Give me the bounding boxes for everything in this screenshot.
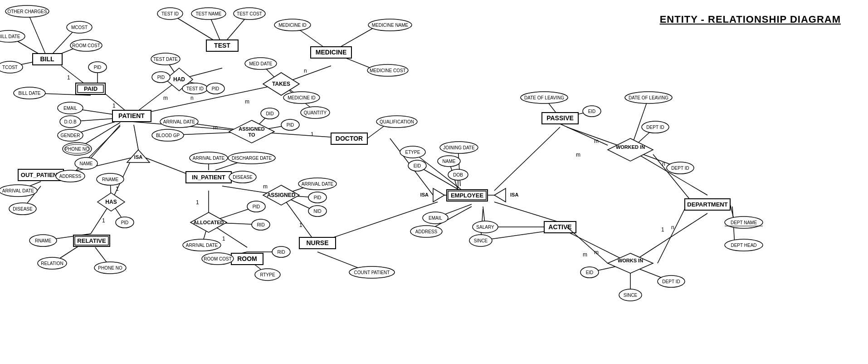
- svg-text:1: 1: [196, 199, 199, 206]
- svg-text:BILL DATE: BILL DATE: [0, 34, 20, 39]
- svg-text:DISEASE: DISEASE: [13, 207, 33, 212]
- svg-text:COUNT PATIENT: COUNT PATIENT: [354, 270, 390, 275]
- svg-text:RNAME: RNAME: [102, 177, 118, 182]
- svg-marker-171: [494, 188, 506, 202]
- svg-text:MEDICINE COST: MEDICINE COST: [370, 68, 405, 73]
- svg-text:ROOM COST: ROOM COST: [72, 43, 100, 48]
- svg-line-0: [27, 11, 48, 59]
- svg-text:DEPT ID: DEPT ID: [662, 279, 680, 284]
- svg-text:1: 1: [661, 226, 664, 233]
- svg-text:EID: EID: [588, 109, 596, 114]
- svg-text:ARRIVAL DATE: ARRIVAL DATE: [302, 182, 334, 187]
- svg-text:1: 1: [112, 103, 116, 109]
- svg-text:TEST ID: TEST ID: [186, 86, 204, 91]
- svg-text:MED DATE: MED DATE: [249, 61, 273, 66]
- svg-text:EID: EID: [414, 163, 421, 168]
- svg-text:SINCE: SINCE: [624, 293, 638, 298]
- svg-text:MCOST: MCOST: [71, 25, 88, 30]
- svg-line-93: [494, 127, 560, 191]
- svg-text:NID: NID: [313, 209, 321, 214]
- svg-text:TEST: TEST: [214, 42, 230, 49]
- svg-text:HAS: HAS: [105, 199, 117, 205]
- svg-text:PID: PID: [253, 204, 260, 209]
- svg-text:RID: RID: [277, 250, 285, 255]
- svg-text:RTYPE: RTYPE: [260, 272, 275, 277]
- svg-line-319: [560, 124, 608, 145]
- svg-text:IN_PATIENT: IN_PATIENT: [192, 174, 225, 181]
- svg-text:SINCE: SINCE: [474, 238, 488, 243]
- svg-text:DID: DID: [266, 111, 273, 116]
- svg-text:n: n: [190, 95, 194, 101]
- svg-text:GENDER: GENDER: [61, 133, 80, 138]
- svg-text:DISEASE: DISEASE: [233, 175, 253, 180]
- svg-text:PASSIVE: PASSIVE: [546, 114, 574, 122]
- svg-text:DOCTOR: DOCTOR: [336, 135, 363, 142]
- svg-line-314: [567, 227, 608, 263]
- svg-text:JOINING DATE: JOINING DATE: [443, 145, 475, 150]
- svg-text:PID: PID: [94, 65, 102, 70]
- svg-text:EMPLOYEE: EMPLOYEE: [451, 192, 484, 199]
- svg-text:1: 1: [299, 222, 302, 228]
- svg-text:EID: EID: [586, 270, 594, 275]
- svg-text:WORKED IN: WORKED IN: [616, 144, 645, 150]
- svg-text:TEST COST: TEST COST: [237, 11, 262, 16]
- svg-marker-169: [433, 188, 444, 202]
- svg-text:m: m: [163, 95, 168, 101]
- svg-text:PID: PID: [314, 195, 322, 200]
- svg-marker-165: [608, 253, 653, 273]
- svg-text:EMAIL: EMAIL: [63, 106, 77, 111]
- svg-text:ISA: ISA: [134, 154, 142, 160]
- svg-text:ETYPE: ETYPE: [405, 150, 420, 155]
- svg-text:TCOST: TCOST: [2, 65, 18, 70]
- svg-text:ARRIVAL DATE: ARRIVAL DATE: [2, 188, 34, 193]
- svg-text:1: 1: [222, 236, 225, 242]
- svg-text:n: n: [304, 68, 307, 74]
- svg-text:PID: PID: [212, 86, 219, 91]
- svg-text:TEST ID: TEST ID: [161, 11, 179, 16]
- svg-text:PHONE NO: PHONE NO: [98, 266, 122, 271]
- svg-text:MEDICINE ID: MEDICINE ID: [288, 95, 316, 100]
- svg-text:ROOM: ROOM: [237, 255, 257, 262]
- svg-text:NAME: NAME: [80, 161, 93, 166]
- svg-marker-163: [608, 138, 653, 161]
- svg-text:1: 1: [116, 186, 119, 192]
- svg-line-15: [86, 125, 120, 163]
- svg-text:EMAIL: EMAIL: [429, 216, 442, 221]
- svg-text:ALLOCATED: ALLOCATED: [193, 220, 224, 225]
- svg-text:RELATIVE: RELATIVE: [77, 237, 106, 244]
- svg-text:PID: PID: [157, 75, 165, 80]
- svg-text:m: m: [583, 251, 587, 258]
- svg-text:RELATION: RELATION: [41, 261, 63, 266]
- svg-text:1: 1: [102, 217, 105, 224]
- svg-text:BILL: BILL: [40, 55, 54, 63]
- svg-text:TEST NAME: TEST NAME: [195, 11, 221, 16]
- svg-text:DEPARTMENT: DEPARTMENT: [687, 201, 727, 208]
- svg-text:PHONE NO: PHONE NO: [65, 147, 89, 152]
- svg-line-320: [653, 154, 689, 199]
- svg-text:DEPT ID: DEPT ID: [646, 125, 664, 130]
- svg-text:DATE OF LEAVING: DATE OF LEAVING: [629, 95, 668, 100]
- svg-text:ISA: ISA: [510, 192, 518, 197]
- svg-text:NAME: NAME: [443, 159, 456, 164]
- svg-text:MEDICINE: MEDICINE: [316, 49, 346, 56]
- svg-text:RID: RID: [257, 222, 264, 227]
- svg-text:OUT_PATIENT: OUT_PATIENT: [21, 172, 61, 178]
- svg-text:ADDRESS: ADDRESS: [415, 229, 438, 234]
- svg-text:ASSIGNED: ASSIGNED: [267, 192, 296, 198]
- svg-text:ADDRESS: ADDRESS: [59, 174, 82, 179]
- svg-text:1: 1: [311, 131, 314, 138]
- svg-text:DOB: DOB: [453, 172, 463, 177]
- svg-text:m: m: [576, 152, 580, 158]
- svg-text:TAKES: TAKES: [272, 81, 290, 87]
- svg-text:DISCHARGE DATE: DISCHARGE DATE: [232, 156, 272, 161]
- svg-text:PID: PID: [121, 220, 129, 225]
- svg-line-94: [494, 202, 560, 222]
- er-diagram: 1 1 m n m n m 1: [0, 0, 868, 364]
- svg-text:ARRIVAL DATE: ARRIVAL DATE: [193, 156, 225, 161]
- svg-line-316: [658, 209, 685, 263]
- svg-text:ROOM COST: ROOM COST: [204, 256, 232, 261]
- svg-text:RNAME: RNAME: [35, 238, 51, 243]
- svg-text:QUANTITY: QUANTITY: [304, 110, 327, 115]
- svg-text:BLOOD GP: BLOOD GP: [156, 133, 180, 138]
- svg-text:m: m: [263, 183, 268, 190]
